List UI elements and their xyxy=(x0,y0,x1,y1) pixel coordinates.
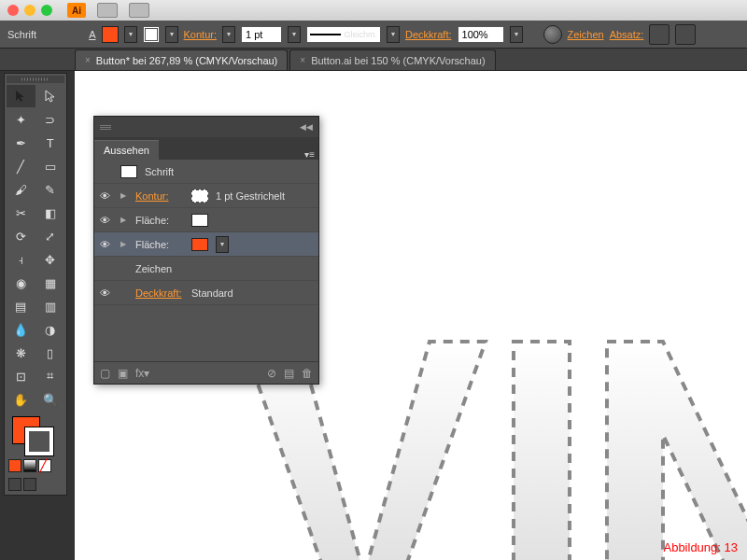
expand-icon[interactable]: ▶ xyxy=(120,240,128,248)
expand-icon[interactable]: ▶ xyxy=(120,216,128,224)
panel-tab-appearance[interactable]: Aussehen xyxy=(94,140,159,160)
scale-tool[interactable]: ⤢ xyxy=(36,225,65,247)
document-tab-1[interactable]: ×Button* bei 267,89 % (CMYK/Vorschau) xyxy=(75,49,288,70)
stroke-swatch[interactable] xyxy=(143,26,160,43)
align-center-button[interactable] xyxy=(675,24,696,45)
fill-dropdown[interactable] xyxy=(216,236,229,253)
tab-label: Button* bei 267,89 % (CMYK/Vorschau) xyxy=(96,55,277,66)
close-icon[interactable]: × xyxy=(300,55,305,65)
lasso-tool[interactable]: ⊃ xyxy=(36,108,65,131)
figure-label: Abbildung: 13 xyxy=(663,540,738,554)
minimize-icon[interactable] xyxy=(24,5,35,16)
screen-mode-icon[interactable] xyxy=(8,478,21,491)
absatz-link[interactable]: Absatz: xyxy=(610,29,644,40)
stroke-style-select[interactable]: Gleichm. xyxy=(306,26,381,43)
fill-stroke-control[interactable] xyxy=(7,414,64,455)
type-tool[interactable]: T xyxy=(36,132,65,154)
row-label[interactable]: Deckkraft: xyxy=(135,287,184,299)
row-label[interactable]: Kontur: xyxy=(135,190,184,202)
duplicate-icon[interactable]: ▤ xyxy=(284,367,294,380)
artboard-tool[interactable]: ⊡ xyxy=(7,365,35,387)
mesh-tool[interactable]: ▤ xyxy=(7,295,35,317)
panel-grip-icon[interactable] xyxy=(100,125,111,130)
expand-icon[interactable]: ▶ xyxy=(120,191,128,200)
row-deckkraft[interactable]: 👁 Deckkraft: Standard xyxy=(94,281,318,305)
pen-tool[interactable]: ✒ xyxy=(7,132,35,154)
panel-grip[interactable] xyxy=(7,76,64,83)
toolbox-panel: ✦ ⊃ ✒ T ╱ ▭ 🖌 ✎ ✂ ◧ ⟳ ⤢ ⫞ ✥ ◉ ▦ ▤ ▥ 💧 ◑ … xyxy=(4,73,67,496)
new-fill-icon[interactable]: ▢ xyxy=(100,367,110,380)
paintbrush-tool[interactable]: 🖌 xyxy=(7,178,35,201)
row-flaeche-1[interactable]: 👁▶ Fläche: xyxy=(94,208,318,232)
row-kontur[interactable]: 👁▶ Kontur: 1 pt Gestrichelt xyxy=(94,184,318,208)
blend-tool[interactable]: ◑ xyxy=(36,318,65,341)
pencil-tool[interactable]: ✎ xyxy=(36,178,65,201)
direct-selection-tool[interactable] xyxy=(36,85,65,107)
zeichen-link[interactable]: Zeichen xyxy=(568,29,604,40)
row-zeichen[interactable]: Zeichen xyxy=(94,257,318,281)
fill-swatch-icon[interactable] xyxy=(191,238,208,251)
free-transform-tool[interactable]: ✥ xyxy=(36,248,65,271)
align-left-button[interactable] xyxy=(649,24,669,45)
stroke-swatch-icon[interactable] xyxy=(191,189,208,203)
graph-tool[interactable]: ▯ xyxy=(36,342,65,364)
row-schrift[interactable]: Schrift xyxy=(94,160,318,184)
blob-brush-tool[interactable]: ✂ xyxy=(7,202,35,224)
add-effect-icon[interactable]: fx▾ xyxy=(135,367,149,380)
stroke-color[interactable] xyxy=(25,427,53,455)
eraser-tool[interactable]: ◧ xyxy=(36,202,65,224)
symbol-sprayer-tool[interactable]: ❋ xyxy=(7,342,35,364)
deckkraft-link[interactable]: Deckkraft: xyxy=(405,29,452,40)
panel-header[interactable]: ◀◀ xyxy=(94,117,318,137)
collapse-icon[interactable]: ◀◀ xyxy=(300,122,313,132)
panel-menu-icon[interactable]: ▾≡ xyxy=(301,149,318,160)
trash-icon[interactable]: 🗑 xyxy=(302,367,313,380)
stroke-weight-input[interactable] xyxy=(241,26,282,43)
opacity-dropdown[interactable] xyxy=(510,26,523,43)
none-mode-icon[interactable]: ╱ xyxy=(38,459,51,472)
hand-tool[interactable]: ✋ xyxy=(7,388,35,411)
row-label: Zeichen xyxy=(135,263,184,274)
bridge-button[interactable] xyxy=(97,3,118,18)
perspective-tool[interactable]: ▦ xyxy=(36,272,65,294)
opacity-input[interactable] xyxy=(458,26,504,43)
screen-mode-icon[interactable] xyxy=(23,478,36,491)
zoom-tool[interactable]: 🔍 xyxy=(36,388,65,411)
shape-builder-tool[interactable]: ◉ xyxy=(7,272,35,294)
gradient-mode-icon[interactable] xyxy=(23,459,36,472)
kontur-link[interactable]: Kontur: xyxy=(184,29,217,40)
close-icon[interactable] xyxy=(7,5,19,16)
fill-swatch[interactable] xyxy=(102,26,119,43)
type-swatch-icon xyxy=(120,165,137,178)
line-tool[interactable]: ╱ xyxy=(7,155,35,177)
visibility-icon[interactable]: 👁 xyxy=(100,215,113,226)
clear-icon[interactable]: ⊘ xyxy=(267,367,276,380)
stroke-weight-dropdown[interactable] xyxy=(288,26,301,43)
width-tool[interactable]: ⫞ xyxy=(7,248,35,271)
visibility-icon[interactable]: 👁 xyxy=(100,239,113,250)
rectangle-tool[interactable]: ▭ xyxy=(36,155,65,177)
rotate-tool[interactable]: ⟳ xyxy=(7,225,35,247)
slice-tool[interactable]: ⌗ xyxy=(36,365,65,387)
recolor-button[interactable] xyxy=(543,25,562,44)
close-icon[interactable]: × xyxy=(85,55,91,65)
row-flaeche-2[interactable]: 👁▶ Fläche: xyxy=(94,232,318,257)
selection-tool[interactable] xyxy=(7,85,35,107)
new-stroke-icon[interactable]: ▣ xyxy=(118,367,128,380)
text-color-icon[interactable]: A xyxy=(89,29,95,40)
stroke-dropdown[interactable] xyxy=(165,26,178,43)
stroke-weight-stepper[interactable] xyxy=(222,26,235,43)
stroke-style-dropdown[interactable] xyxy=(387,26,400,43)
visibility-icon[interactable]: 👁 xyxy=(100,287,113,299)
visibility-icon[interactable]: 👁 xyxy=(100,190,113,202)
fill-dropdown[interactable] xyxy=(124,26,137,43)
arrange-button[interactable] xyxy=(129,3,149,18)
color-mode-icon[interactable] xyxy=(8,459,21,472)
appearance-panel: ◀◀ Aussehen ▾≡ Schrift 👁▶ Kontur: 1 pt G… xyxy=(93,116,319,385)
gradient-tool[interactable]: ▥ xyxy=(36,295,65,317)
magic-wand-tool[interactable]: ✦ xyxy=(7,108,35,131)
maximize-icon[interactable] xyxy=(41,5,52,16)
fill-swatch-icon[interactable] xyxy=(191,214,208,227)
document-tab-2[interactable]: ×Button.ai bei 150 % (CMYK/Vorschau) xyxy=(289,49,495,70)
eyedropper-tool[interactable]: 💧 xyxy=(7,318,35,341)
